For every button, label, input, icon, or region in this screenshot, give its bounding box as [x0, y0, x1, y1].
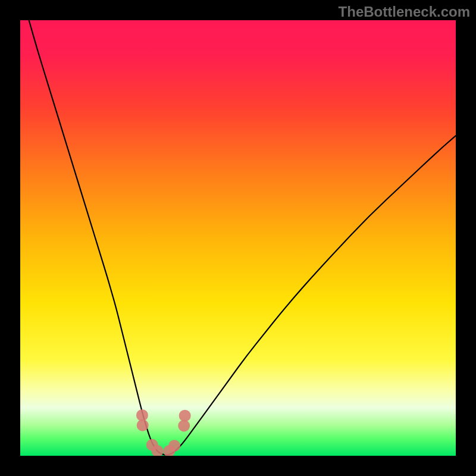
watermark-text: TheBottleneck.com: [339, 4, 470, 20]
marker-dot: [168, 440, 180, 452]
marker-dot: [179, 410, 191, 422]
chart-plot-area: [20, 20, 456, 456]
chart-background: [20, 20, 456, 456]
chart-svg: [20, 20, 456, 456]
marker-dot: [137, 419, 149, 431]
